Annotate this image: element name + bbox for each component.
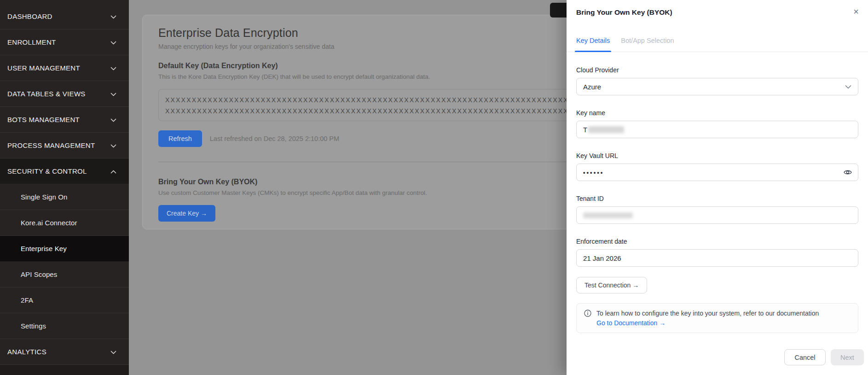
- drawer-header: Bring Your Own Key (BYOK) ×: [567, 0, 868, 17]
- key-name-label: Key name: [576, 109, 858, 117]
- sidebar-item-user-management[interactable]: USER MANAGEMENT: [0, 55, 129, 81]
- sidebar-item-label: 2FA: [21, 296, 33, 304]
- sidebar-item-bots-management[interactable]: BOTS MANAGEMENT: [0, 107, 129, 133]
- last-refreshed-text: Last refreshed on Dec 28, 2025 2:10:00 P…: [210, 135, 339, 142]
- key-vault-url-group: Key Vault URL ••••••: [576, 152, 858, 181]
- drawer-title: Bring Your Own Key (BYOK): [576, 8, 858, 17]
- sidebar-item-enrollment[interactable]: ENROLLMENT: [0, 29, 129, 55]
- sidebar-item-label: DASHBOARD: [7, 12, 52, 20]
- create-key-button[interactable]: Create Key →: [158, 205, 215, 222]
- tab-bot-app-selection[interactable]: Bot/App Selection: [621, 37, 674, 52]
- key-details-form: Cloud Provider Azure Key name T Key Vaul…: [567, 52, 868, 333]
- key-name-value: T: [583, 126, 587, 134]
- close-icon[interactable]: ×: [851, 6, 861, 17]
- refresh-button[interactable]: Refresh: [158, 130, 202, 147]
- tab-key-details[interactable]: Key Details: [576, 37, 610, 52]
- enforcement-date-input[interactable]: 21 Jan 2026: [576, 249, 858, 267]
- sidebar-item-label: SECURITY & CONTROL: [7, 167, 87, 175]
- sidebar-item-label: Enterprise Key: [21, 245, 67, 252]
- sidebar-item-label: DATA TABLES & VIEWS: [7, 90, 86, 98]
- redacted-value: [588, 126, 624, 133]
- chevron-up-icon: [110, 167, 116, 175]
- info-text: To learn how to configure the key into y…: [596, 309, 819, 318]
- cloud-provider-select[interactable]: Azure: [576, 78, 858, 95]
- chevron-down-icon: [110, 38, 116, 46]
- drawer-footer: Cancel Next: [567, 349, 868, 365]
- key-vault-url-input[interactable]: ••••••: [576, 164, 858, 181]
- sidebar-item-label: Kore.ai Connector: [21, 219, 77, 227]
- sidebar-item-single-sign-on[interactable]: Single Sign On: [0, 184, 129, 210]
- sidebar-item-label: BOTS MANAGEMENT: [7, 116, 80, 123]
- info-icon: [584, 310, 591, 327]
- byok-drawer: Bring Your Own Key (BYOK) × Key Details …: [567, 0, 868, 375]
- tenant-id-label: Tenant ID: [576, 195, 858, 202]
- sidebar-item-label: API Scopes: [21, 270, 57, 278]
- chevron-down-icon: [110, 64, 116, 72]
- tenant-id-input[interactable]: [576, 206, 858, 224]
- cloud-provider-group: Cloud Provider Azure: [576, 66, 858, 95]
- sidebar-item-dashboard[interactable]: DASHBOARD: [0, 4, 129, 29]
- sidebar-item-process-management[interactable]: PROCESS MANAGEMENT: [0, 133, 129, 158]
- documentation-info-box: To learn how to configure the key into y…: [576, 303, 858, 333]
- sidebar-item-label: ENROLLMENT: [7, 38, 56, 46]
- cancel-button[interactable]: Cancel: [784, 349, 826, 365]
- sidebar-item-settings[interactable]: Settings: [0, 313, 129, 339]
- chevron-down-icon: [110, 348, 116, 356]
- redacted-value: [583, 212, 633, 218]
- sidebar-item-enterprise-key[interactable]: Enterprise Key: [0, 236, 129, 262]
- key-vault-url-label: Key Vault URL: [576, 152, 858, 159]
- chevron-down-icon: [845, 83, 851, 91]
- chevron-down-icon: [110, 90, 116, 98]
- enforcement-date-value: 21 Jan 2026: [583, 254, 621, 262]
- sidebar-item-label: ANALYTICS: [7, 348, 46, 356]
- key-name-input[interactable]: T: [576, 121, 858, 138]
- drawer-tabs: Key Details Bot/App Selection: [567, 37, 868, 52]
- test-connection-button[interactable]: Test Connection →: [576, 277, 647, 293]
- next-button[interactable]: Next: [831, 349, 864, 365]
- enforcement-date-label: Enforcement date: [576, 238, 858, 245]
- sidebar-item-2fa[interactable]: 2FA: [0, 287, 129, 313]
- eye-icon[interactable]: [842, 168, 853, 177]
- sidebar-item-security-control[interactable]: SECURITY & CONTROL: [0, 158, 129, 184]
- sidebar-item-label: PROCESS MANAGEMENT: [7, 141, 95, 149]
- go-to-documentation-link[interactable]: Go to Documentation →: [596, 319, 665, 327]
- sidebar-partial-row: [0, 365, 129, 375]
- sidebar-item-api-scopes[interactable]: API Scopes: [0, 262, 129, 287]
- enforcement-date-group: Enforcement date 21 Jan 2026: [576, 238, 858, 267]
- sidebar-item-koreai-connector[interactable]: Kore.ai Connector: [0, 210, 129, 236]
- chevron-down-icon: [110, 116, 116, 123]
- sidebar: DASHBOARD ENROLLMENT USER MANAGEMENT DAT…: [0, 0, 129, 375]
- sidebar-item-data-tables-views[interactable]: DATA TABLES & VIEWS: [0, 81, 129, 107]
- cloud-provider-label: Cloud Provider: [576, 66, 858, 74]
- sidebar-item-analytics[interactable]: ANALYTICS: [0, 339, 129, 365]
- chevron-down-icon: [110, 12, 116, 20]
- sidebar-item-label: USER MANAGEMENT: [7, 64, 80, 72]
- masked-value: ••••••: [583, 169, 604, 176]
- cloud-provider-value: Azure: [583, 83, 601, 91]
- tenant-id-group: Tenant ID: [576, 195, 858, 224]
- chevron-down-icon: [110, 141, 116, 149]
- key-name-group: Key name T: [576, 109, 858, 138]
- sidebar-item-label: Settings: [21, 322, 46, 330]
- sidebar-item-label: Single Sign On: [21, 193, 67, 201]
